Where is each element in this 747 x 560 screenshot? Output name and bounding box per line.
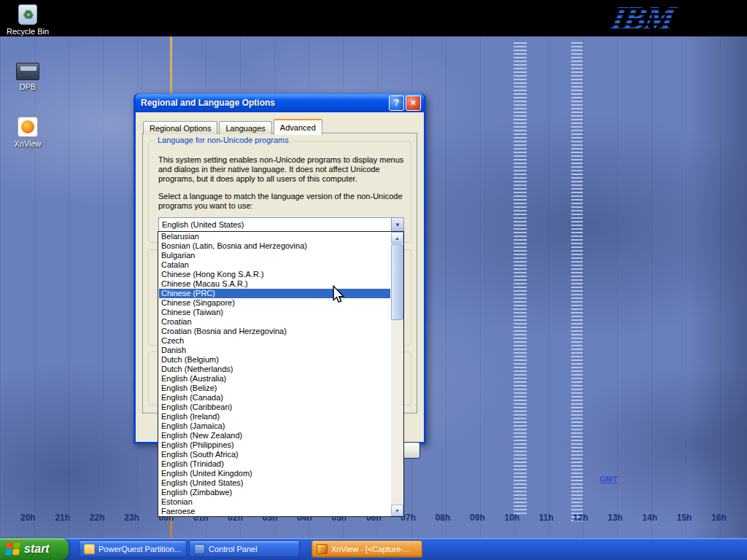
- language-option[interactable]: English (Australia): [159, 374, 390, 384]
- language-option[interactable]: English (New Zealand): [159, 431, 390, 440]
- dialog-titlebar[interactable]: Regional and Language Options ? ×: [136, 93, 424, 112]
- taskbar-item-label: PowerQuest Partition...: [98, 545, 181, 553]
- language-option[interactable]: Dutch (Belgium): [159, 355, 390, 365]
- drive-icon: [16, 63, 39, 80]
- description-text: This system setting enables non-Unicode …: [158, 155, 403, 184]
- language-dropdown-list: BelarusianBosnian (Latin, Bosnia and Her…: [158, 231, 404, 517]
- language-option[interactable]: English (Caribbean): [159, 402, 390, 412]
- language-option[interactable]: Chinese (Macau S.A.R.): [159, 279, 390, 289]
- ibm-logo: IBM: [599, 0, 687, 36]
- timezone-label: 08h: [436, 513, 451, 523]
- taskbar: start PowerQuest Partition... Control Pa…: [0, 538, 747, 560]
- timezone-label: 13h: [608, 513, 623, 523]
- xnview-icon: [18, 117, 38, 137]
- taskbar-item-label: XnView - [<Capture-...: [331, 545, 410, 553]
- timezone-label: 11h: [539, 513, 554, 523]
- language-option[interactable]: Bosnian (Latin, Bosnia and Herzegovina): [159, 241, 390, 251]
- language-option[interactable]: Danish: [159, 346, 390, 355]
- icon-label: Recycle Bin: [0, 27, 55, 36]
- timezone-label: 20h: [20, 513, 36, 523]
- tab-strip: Regional Options Languages Advanced: [143, 119, 324, 134]
- timezone-label: 21h: [55, 513, 70, 523]
- close-button[interactable]: ×: [406, 96, 421, 111]
- language-option[interactable]: Catalan: [159, 260, 390, 270]
- start-button-label: start: [24, 542, 50, 556]
- language-option[interactable]: Estonian: [159, 497, 390, 507]
- combobox-dropdown-icon[interactable]: ▼: [391, 218, 403, 231]
- language-option[interactable]: Chinese (Singapore): [159, 298, 390, 308]
- timezone-label: 09h: [470, 513, 485, 523]
- taskbar-item-powerquest[interactable]: PowerQuest Partition...: [79, 540, 187, 558]
- language-option[interactable]: English (Philippines): [159, 440, 390, 450]
- icon-label: DPB: [0, 82, 55, 91]
- taskbar-item-xnview[interactable]: XnView - [<Capture-...: [311, 540, 422, 558]
- tab-regional-options[interactable]: Regional Options: [143, 121, 217, 134]
- language-option[interactable]: Croatian: [159, 317, 390, 327]
- language-option[interactable]: English (Ireland): [159, 412, 390, 421]
- icon-label: XnView: [0, 139, 55, 148]
- language-option[interactable]: English (Jamaica): [159, 421, 390, 431]
- language-option[interactable]: Chinese (PRC): [159, 289, 390, 298]
- language-option[interactable]: Chinese (Hong Kong S.A.R.): [159, 270, 390, 279]
- scroll-up-icon[interactable]: ▲: [391, 232, 403, 244]
- scroll-down-icon[interactable]: ▼: [391, 505, 403, 516]
- select-language-text: Select a language to match the language …: [158, 192, 403, 211]
- language-combobox[interactable]: English (United States) ▼: [158, 217, 404, 232]
- language-option[interactable]: Dutch (Netherlands): [159, 365, 390, 374]
- tab-advanced[interactable]: Advanced: [274, 119, 322, 135]
- windows-flag-icon: [5, 542, 22, 556]
- language-option[interactable]: Belarusian: [159, 232, 390, 241]
- desktop-icon-dpb[interactable]: DPB: [0, 63, 55, 91]
- top-band: IBM: [0, 0, 747, 36]
- dialog-title: Regional and Language Options: [141, 98, 387, 108]
- language-option[interactable]: English (Belize): [159, 384, 390, 393]
- desktop-icon-recycle-bin[interactable]: ♻ Recycle Bin: [0, 4, 55, 36]
- gmt-label: GMT: [600, 475, 617, 483]
- language-list-items: BelarusianBosnian (Latin, Bosnia and Her…: [159, 232, 390, 516]
- taskbar-item-control-panel[interactable]: Control Panel: [189, 540, 300, 558]
- language-option[interactable]: English (Zimbabwe): [159, 488, 390, 497]
- timezone-hatch-band: [571, 42, 583, 524]
- desktop-icon-xnview[interactable]: XnView: [0, 117, 55, 148]
- folder-icon: [84, 544, 95, 554]
- language-option[interactable]: English (United States): [159, 478, 390, 488]
- language-option[interactable]: English (Canada): [159, 393, 390, 402]
- language-option[interactable]: Chinese (Taiwan): [159, 308, 390, 317]
- recycle-bin-icon: ♻: [18, 4, 37, 25]
- timezone-hatch-band: [514, 42, 527, 516]
- language-option[interactable]: Faeroese: [159, 507, 390, 516]
- timezone-label: 15h: [677, 513, 692, 523]
- timezone-label: 14h: [642, 513, 657, 523]
- xnview-icon: [317, 544, 328, 554]
- dropdown-scrollbar[interactable]: ▲ ▼: [391, 232, 403, 516]
- language-option[interactable]: English (Trinidad): [159, 459, 390, 469]
- desktop: GMT 20h21h22h23h00h01h02h03h04h05h06h07h…: [0, 0, 747, 560]
- language-option[interactable]: Czech: [159, 336, 390, 346]
- taskbar-item-label: Control Panel: [209, 545, 258, 553]
- group-title: Language for non-Unicode programs: [155, 136, 292, 144]
- language-option[interactable]: Croatian (Bosnia and Herzegovina): [159, 327, 390, 336]
- start-button[interactable]: start: [0, 538, 69, 560]
- scrollbar-thumb[interactable]: [391, 244, 403, 320]
- timezone-label: 12h: [573, 513, 589, 523]
- help-button[interactable]: ?: [389, 96, 404, 111]
- language-option[interactable]: Bulgarian: [159, 251, 390, 260]
- timezone-label: 16h: [711, 513, 727, 523]
- combobox-value: English (United States): [159, 220, 391, 229]
- language-option[interactable]: English (South Africa): [159, 450, 390, 459]
- timezone-label: 23h: [124, 513, 139, 523]
- timezone-label: 22h: [90, 513, 105, 523]
- timezone-label: 10h: [504, 513, 519, 523]
- control-panel-icon: [194, 544, 205, 554]
- tab-languages[interactable]: Languages: [219, 121, 271, 134]
- language-option[interactable]: English (United Kingdom): [159, 469, 390, 478]
